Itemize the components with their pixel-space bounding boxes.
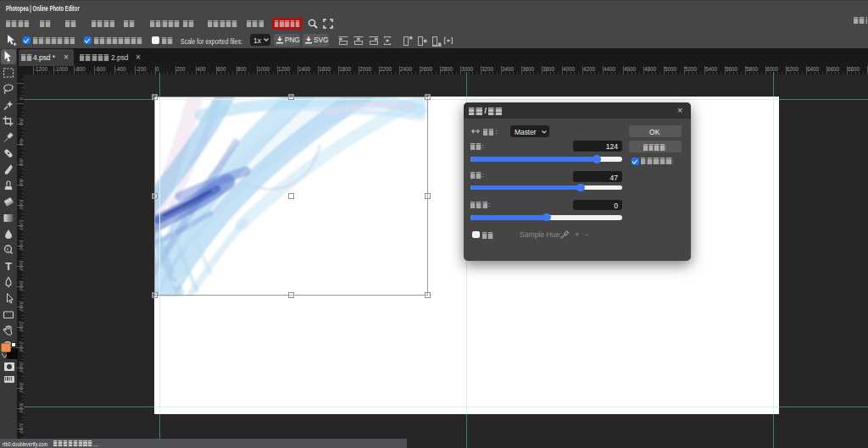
svg-text:T: T (5, 260, 12, 273)
